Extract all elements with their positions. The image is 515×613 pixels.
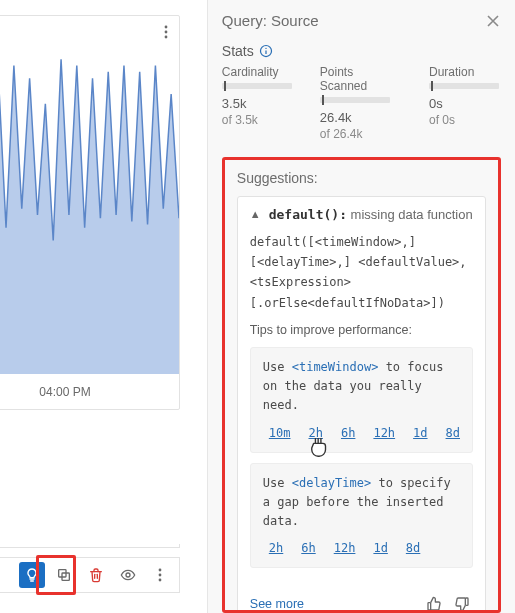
time-link[interactable]: 12h [334, 541, 356, 555]
tip-delaytime: Use <delayTime> to specify a gap before … [250, 463, 473, 569]
svg-point-5 [126, 573, 130, 577]
svg-point-1 [165, 31, 168, 34]
chart-card: 04:00 PM [0, 15, 180, 410]
svg-point-0 [165, 26, 168, 29]
time-link[interactable]: 10m [269, 426, 291, 440]
time-link[interactable]: 12h [373, 426, 395, 440]
suggestions-title: Suggestions: [237, 170, 486, 186]
time-link[interactable]: 8d [406, 541, 420, 555]
function-signature: default([<timeWindow>,] [<delayTime>,] <… [250, 232, 473, 314]
time-link[interactable]: 6h [341, 426, 355, 440]
toolbar-strip [0, 544, 180, 548]
tips-label: Tips to improve performance: [250, 323, 473, 337]
tip-links: 10m 2h 6h 12h 1d 8d [263, 426, 460, 440]
timeseries-chart[interactable] [0, 56, 179, 374]
query-toolbar [0, 557, 180, 593]
lightbulb-button[interactable] [19, 562, 45, 588]
card-toggle[interactable]: ▲ default(): missing data function [238, 197, 485, 232]
copy-button[interactable] [51, 562, 77, 588]
stat-duration: Duration 0s of 0s [429, 65, 501, 141]
time-link[interactable]: 8d [446, 426, 460, 440]
tip-timewindow: Use <timeWindow> to focus on the data yo… [250, 347, 473, 453]
more-button[interactable] [147, 562, 173, 588]
close-button[interactable] [485, 13, 501, 29]
svg-point-6 [159, 569, 162, 572]
chart-menu-button[interactable] [159, 24, 173, 43]
stat-cardinality: Cardinality 3.5k of 3.5k [222, 65, 294, 141]
suggestions-box: Suggestions: ▲ default(): missing data f… [222, 157, 501, 613]
stat-bar [320, 97, 390, 103]
time-link[interactable]: 6h [301, 541, 315, 555]
chart-x-tick: 04:00 PM [0, 385, 179, 399]
thumbs-down-button[interactable] [451, 594, 473, 613]
svg-point-10 [265, 48, 266, 49]
svg-point-7 [159, 574, 162, 577]
stat-bar [429, 83, 499, 89]
stat-points: Points Scanned 26.4k of 26.4k [320, 65, 403, 141]
query-source-panel: Query: Source Stats Cardinality 3.5k of … [207, 0, 515, 613]
stats-label: Stats [222, 43, 254, 59]
svg-point-2 [165, 36, 168, 39]
see-more-link[interactable]: See more [250, 597, 304, 611]
suggestion-card-default: ▲ default(): missing data function defau… [237, 196, 486, 613]
thumbs-up-button[interactable] [423, 594, 445, 613]
time-link[interactable]: 1d [373, 541, 387, 555]
time-link[interactable]: 2h [309, 426, 323, 440]
time-link[interactable]: 2h [269, 541, 283, 555]
time-link[interactable]: 1d [413, 426, 427, 440]
delete-button[interactable] [83, 562, 109, 588]
chevron-up-icon: ▲ [250, 208, 261, 220]
tip-links: 2h 6h 12h 1d 8d [263, 541, 460, 555]
info-icon[interactable] [259, 44, 273, 58]
stat-bar [222, 83, 292, 89]
stats-grid: Cardinality 3.5k of 3.5k Points Scanned … [222, 65, 501, 141]
panel-title: Query: Source [222, 12, 319, 29]
visibility-button[interactable] [115, 562, 141, 588]
svg-point-8 [159, 579, 162, 582]
